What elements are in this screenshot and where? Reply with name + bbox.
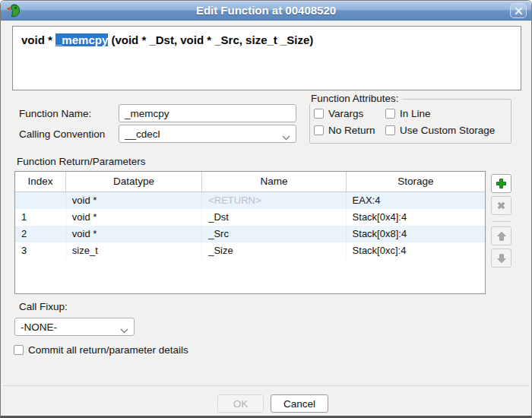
calling-convention-label: Calling Convention (19, 128, 105, 140)
parameters-table: Index Datatype Name Storage void * <RETU… (14, 171, 486, 294)
checkbox-icon[interactable] (14, 345, 24, 355)
table-row[interactable]: 3 size_t _Size Stack[0xc]:4 (15, 242, 485, 259)
cell-datatype[interactable]: void * (66, 226, 202, 242)
arrow-up-icon (496, 231, 507, 242)
function-attributes-group: Varargs In Line No Return Use Custom Sto… (309, 99, 511, 144)
table-header: Index Datatype Name Storage (15, 172, 485, 192)
call-fixup-value: -NONE- (21, 321, 57, 333)
cell-name[interactable]: _Size (202, 242, 346, 259)
cell-index[interactable] (15, 192, 66, 209)
cell-datatype[interactable]: size_t (66, 242, 202, 259)
checkbox-varargs-label: Varargs (328, 108, 363, 119)
add-parameter-button[interactable] (491, 174, 511, 193)
titlebar[interactable]: Edit Function at 00408520 (1, 1, 531, 21)
checkbox-use-custom-storage-label: Use Custom Storage (400, 125, 495, 136)
header-cell-index: Index (15, 172, 66, 192)
function-signature-editor[interactable]: void * _memcpy (void * _Dst, void * _Src… (12, 26, 521, 90)
close-icon (515, 7, 523, 15)
call-fixup-label: Call Fixup: (19, 301, 68, 312)
button-separator (492, 221, 511, 222)
checkbox-icon[interactable] (385, 109, 395, 119)
cancel-button[interactable]: Cancel (271, 394, 328, 413)
checkbox-use-custom-storage[interactable]: Use Custom Storage (385, 125, 495, 136)
calling-convention-select[interactable]: __cdecl (119, 125, 296, 143)
calling-convention-value: __cdecl (125, 128, 160, 140)
cell-index[interactable]: 3 (15, 242, 66, 259)
call-fixup-select[interactable]: -NONE- (14, 318, 135, 336)
parameters-section-label: Function Return/Parameters (17, 156, 146, 167)
function-attributes-legend: Function Attributes: (308, 93, 402, 104)
checkbox-varargs[interactable]: Varargs (314, 108, 385, 119)
chevron-down-icon (282, 131, 290, 143)
signature-prefix: void * (21, 33, 55, 46)
cell-index[interactable]: 2 (15, 226, 66, 242)
checkbox-no-return-label: No Return (328, 125, 375, 136)
close-button[interactable] (510, 3, 527, 18)
function-name-label: Function Name: (19, 108, 91, 119)
cell-storage[interactable]: Stack[0x4]:4 (347, 209, 485, 226)
cell-storage[interactable]: Stack[0xc]:4 (347, 242, 485, 259)
ok-button[interactable]: OK (217, 394, 264, 413)
commit-checkbox-label: Commit all return/parameter details (28, 344, 188, 356)
header-cell-storage: Storage (347, 172, 485, 192)
cell-name[interactable]: <RETURN> (202, 192, 346, 209)
move-down-button[interactable] (491, 249, 511, 268)
table-row[interactable]: 1 void * _Dst Stack[0x4]:4 (15, 209, 485, 226)
delete-parameter-button[interactable] (491, 196, 511, 215)
header-cell-name: Name (202, 172, 346, 192)
header-cell-datatype: Datatype (66, 172, 202, 192)
checkbox-inline[interactable]: In Line (385, 108, 431, 119)
checkbox-no-return[interactable]: No Return (314, 125, 385, 136)
function-name-input[interactable] (119, 104, 296, 122)
cell-storage[interactable]: EAX:4 (347, 192, 485, 209)
cell-storage[interactable]: Stack[0x8]:4 (347, 226, 485, 242)
signature-selected-text: _memcpy (55, 33, 108, 46)
checkbox-icon[interactable] (314, 109, 324, 119)
checkbox-icon[interactable] (385, 125, 395, 135)
move-up-button[interactable] (491, 226, 511, 245)
checkbox-inline-label: In Line (400, 108, 431, 119)
plus-icon (496, 178, 507, 189)
delete-icon (496, 201, 506, 211)
checkbox-icon[interactable] (314, 125, 324, 135)
footer-separator (3, 385, 529, 386)
edit-function-dialog: Edit Function at 00408520 void * _memcpy… (0, 0, 532, 418)
signature-suffix: (void * _Dst, void * _Src, size_t _Size) (108, 33, 313, 46)
cell-datatype[interactable]: void * (66, 209, 202, 226)
chevron-down-icon (120, 325, 128, 336)
cell-name[interactable]: _Src (202, 226, 346, 242)
commit-checkbox[interactable]: Commit all return/parameter details (14, 344, 188, 356)
arrow-down-icon (496, 253, 507, 264)
cell-name[interactable]: _Dst (202, 209, 346, 226)
table-row[interactable]: void * <RETURN> EAX:4 (15, 192, 485, 209)
table-row[interactable]: 2 void * _Src Stack[0x8]:4 (15, 226, 485, 242)
cell-datatype[interactable]: void * (66, 192, 202, 209)
window-title: Edit Function at 00408520 (1, 4, 531, 17)
cell-index[interactable]: 1 (15, 209, 66, 226)
